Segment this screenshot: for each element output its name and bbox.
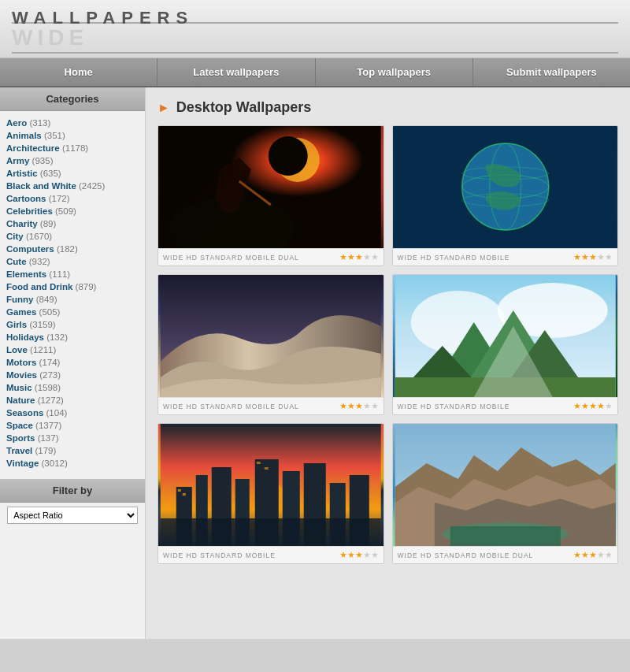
category-item[interactable]: Architecture (1178) bbox=[6, 142, 139, 154]
wallpaper-card[interactable]: WIDE HD STANDARD MOBILE ★★★★★ bbox=[392, 274, 619, 415]
nav-latest[interactable]: Latest wallpapers bbox=[158, 58, 315, 86]
svg-point-1 bbox=[276, 138, 320, 182]
card-footer: WIDE HD STANDARD MOBILE ★★★★★ bbox=[393, 248, 618, 265]
category-item[interactable]: City (1670) bbox=[6, 230, 139, 243]
card-footer: WIDE HD STANDARD MOBILE DUAL ★★★★★ bbox=[158, 397, 384, 414]
wallpaper-card[interactable]: WIDE HD STANDARD MOBILE DUAL ★★★★★ bbox=[158, 274, 384, 415]
category-item[interactable]: Travel (179) bbox=[6, 444, 139, 457]
card-footer: WIDE HD STANDARD MOBILE ★★★★★ bbox=[393, 397, 618, 414]
nav-submit[interactable]: Submit wallpapers bbox=[473, 58, 630, 86]
star-rating[interactable]: ★★★★★ bbox=[339, 401, 379, 411]
header: WALLPAPERS WIDE bbox=[0, 0, 630, 58]
svg-rect-37 bbox=[257, 462, 261, 464]
category-item[interactable]: Funny (849) bbox=[6, 293, 139, 306]
main-content: Categories Aero (313)Animals (351)Archit… bbox=[0, 87, 630, 639]
category-item[interactable]: Elements (111) bbox=[6, 268, 139, 280]
wallpaper-card[interactable]: WIDE HD STANDARD MOBILE ★★★★★ bbox=[392, 125, 619, 266]
category-item[interactable]: Artistic (635) bbox=[6, 167, 139, 180]
svg-rect-38 bbox=[265, 467, 269, 470]
category-item[interactable]: Girls (3159) bbox=[6, 318, 139, 331]
content-area: ► Desktop Wallpapers bbox=[146, 87, 630, 639]
category-item[interactable]: Space (1377) bbox=[6, 419, 139, 432]
svg-point-2 bbox=[269, 136, 308, 176]
star-rating[interactable]: ★★★★★ bbox=[573, 252, 613, 262]
category-list: Aero (313)Animals (351)Architecture (117… bbox=[0, 115, 145, 471]
category-item[interactable]: Movies (273) bbox=[6, 369, 139, 381]
svg-rect-44 bbox=[450, 526, 560, 546]
category-item[interactable]: Computers (182) bbox=[6, 243, 139, 255]
category-item[interactable]: Love (1211) bbox=[6, 343, 139, 356]
category-item[interactable]: Seasons (104) bbox=[6, 407, 139, 419]
filter-section: Filter by Aspect Ratio bbox=[0, 479, 145, 524]
aspect-ratio-select[interactable]: Aspect Ratio bbox=[7, 507, 138, 524]
category-item[interactable]: Nature (1272) bbox=[6, 394, 139, 407]
category-item[interactable]: Holidays (132) bbox=[6, 331, 139, 343]
category-item[interactable]: Celebrities (509) bbox=[6, 205, 139, 217]
card-footer: WIDE HD STANDARD MOBILE DUAL ★★★★★ bbox=[393, 546, 618, 563]
nav-bar: Home Latest wallpapers Top wallpapers Su… bbox=[0, 58, 630, 87]
svg-rect-36 bbox=[183, 493, 186, 496]
sidebar: Categories Aero (313)Animals (351)Archit… bbox=[0, 87, 146, 639]
svg-rect-34 bbox=[161, 518, 381, 546]
category-item[interactable]: Music (1598) bbox=[6, 381, 139, 394]
format-list: WIDE HD STANDARD MOBILE bbox=[398, 254, 510, 262]
star-rating[interactable]: ★★★★★ bbox=[339, 252, 379, 262]
category-item[interactable]: Vintage (3012) bbox=[6, 457, 139, 470]
page-title: ► Desktop Wallpapers bbox=[158, 99, 618, 116]
wallpaper-card[interactable]: WIDE HD STANDARD MOBILE DUAL ★★★★★ bbox=[392, 423, 619, 564]
star-rating[interactable]: ★★★★★ bbox=[573, 550, 613, 560]
svg-marker-4 bbox=[216, 158, 251, 213]
category-item[interactable]: Aero (313) bbox=[6, 117, 139, 129]
categories-title: Categories bbox=[0, 87, 145, 111]
star-rating[interactable]: ★★★★★ bbox=[573, 401, 613, 411]
svg-rect-0 bbox=[161, 126, 381, 248]
format-list: WIDE HD STANDARD MOBILE bbox=[398, 403, 510, 410]
svg-rect-35 bbox=[178, 489, 181, 492]
format-list: WIDE HD STANDARD MOBILE DUAL bbox=[163, 403, 299, 410]
svg-line-5 bbox=[239, 181, 271, 205]
category-item[interactable]: Food and Drink (879) bbox=[6, 280, 139, 293]
svg-point-15 bbox=[410, 291, 505, 354]
category-item[interactable]: Motors (174) bbox=[6, 356, 139, 369]
format-list: WIDE HD STANDARD MOBILE bbox=[163, 551, 276, 559]
wallpaper-grid: WIDE HD STANDARD MOBILE DUAL ★★★★★ WIDE bbox=[158, 125, 618, 564]
nav-top[interactable]: Top wallpapers bbox=[316, 58, 473, 86]
category-item[interactable]: Black and White (2425) bbox=[6, 180, 139, 192]
filter-title: Filter by bbox=[0, 479, 145, 503]
category-item[interactable]: Games (505) bbox=[6, 306, 139, 318]
wallpaper-card[interactable]: WIDE HD STANDARD MOBILE ★★★★★ bbox=[158, 423, 384, 564]
category-item[interactable]: Animals (351) bbox=[6, 129, 139, 142]
wallpaper-card[interactable]: WIDE HD STANDARD MOBILE DUAL ★★★★★ bbox=[158, 125, 384, 266]
card-footer: WIDE HD STANDARD MOBILE ★★★★★ bbox=[158, 546, 384, 563]
card-footer: WIDE HD STANDARD MOBILE DUAL ★★★★★ bbox=[158, 248, 384, 265]
category-item[interactable]: Sports (137) bbox=[6, 432, 139, 444]
format-list: WIDE HD STANDARD MOBILE DUAL bbox=[398, 551, 534, 559]
star-rating[interactable]: ★★★★★ bbox=[339, 550, 379, 560]
category-item[interactable]: Army (935) bbox=[6, 154, 139, 167]
svg-point-3 bbox=[169, 197, 295, 248]
rss-icon: ► bbox=[158, 101, 170, 115]
format-list: WIDE HD STANDARD MOBILE DUAL bbox=[163, 254, 299, 262]
category-item[interactable]: Cartoons (172) bbox=[6, 192, 139, 205]
nav-home[interactable]: Home bbox=[0, 58, 158, 86]
category-item[interactable]: Charity (89) bbox=[6, 217, 139, 230]
category-item[interactable]: Cute (932) bbox=[6, 255, 139, 268]
